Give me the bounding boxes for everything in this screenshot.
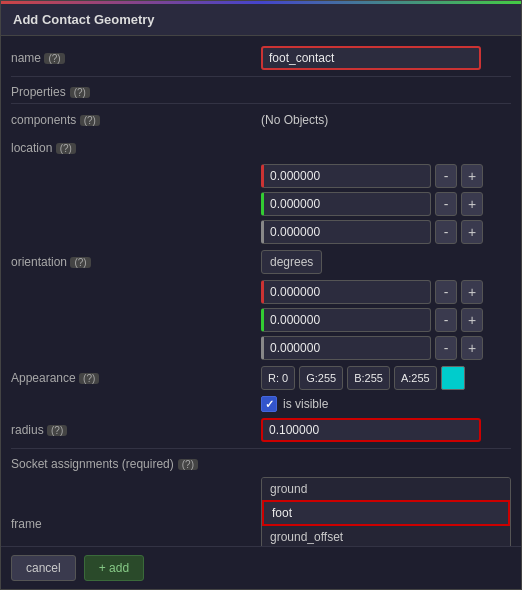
frame-dropdown: ground foot ground_offset foot_offset (261, 477, 511, 546)
frame-label: frame (11, 517, 261, 531)
orientation-y-row: - + (1, 306, 521, 334)
divider-2 (11, 103, 511, 104)
color-r: R: 0 (261, 366, 295, 390)
appearance-help[interactable]: (?) (79, 373, 99, 384)
dialog-title: Add Contact Geometry (13, 12, 155, 27)
frame-row: frame ground foot ground_offset foot_off… (1, 473, 521, 546)
radius-content (261, 418, 511, 442)
location-y-plus[interactable]: + (461, 192, 483, 216)
location-help[interactable]: (?) (56, 143, 76, 154)
frame-option-ground[interactable]: ground (262, 478, 510, 500)
location-row: location (?) (1, 134, 521, 162)
orientation-label: orientation (?) (11, 255, 261, 269)
appearance-content: R: 0 G:255 B:255 A:255 (261, 366, 511, 390)
dialog-header: Add Contact Geometry (1, 4, 521, 36)
radius-help[interactable]: (?) (47, 425, 67, 436)
color-preview-swatch[interactable] (441, 366, 465, 390)
is-visible-label: is visible (283, 397, 328, 411)
name-help[interactable]: (?) (44, 53, 64, 64)
location-z-plus[interactable]: + (461, 220, 483, 244)
orientation-content: degrees (261, 250, 511, 274)
name-label: name (?) (11, 51, 261, 65)
frame-option-ground-offset[interactable]: ground_offset (262, 526, 510, 546)
radius-input[interactable] (261, 418, 481, 442)
color-b: B:255 (347, 366, 390, 390)
location-z-row: - + (1, 218, 521, 246)
location-x-row: - + (1, 162, 521, 190)
properties-section: Properties (?) (1, 79, 521, 101)
is-visible-row: is visible (1, 394, 521, 414)
orientation-help[interactable]: (?) (70, 257, 90, 268)
components-row: components (?) (No Objects) (1, 106, 521, 134)
appearance-row: Appearance (?) R: 0 G:255 B:255 A:255 (1, 362, 521, 394)
properties-help[interactable]: (?) (70, 87, 90, 98)
orientation-z-plus[interactable]: + (461, 336, 483, 360)
location-x-input[interactable] (261, 164, 431, 188)
location-y-row: - + (1, 190, 521, 218)
is-visible-checkbox[interactable] (261, 396, 277, 412)
name-input[interactable] (261, 46, 481, 70)
radius-label: radius (?) (11, 423, 261, 437)
name-row: name (?) (1, 42, 521, 74)
location-z-minus[interactable]: - (435, 220, 457, 244)
location-x-minus[interactable]: - (435, 164, 457, 188)
color-a: A:255 (394, 366, 437, 390)
dialog-footer: cancel + add (1, 546, 521, 589)
orientation-z-input[interactable] (261, 336, 431, 360)
components-help[interactable]: (?) (80, 115, 100, 126)
orientation-y-plus[interactable]: + (461, 308, 483, 332)
orientation-y-minus[interactable]: - (435, 308, 457, 332)
orientation-type[interactable]: degrees (261, 250, 322, 274)
divider-3 (11, 448, 511, 449)
orientation-row: orientation (?) degrees (1, 246, 521, 278)
location-x-plus[interactable]: + (461, 164, 483, 188)
location-label: location (?) (11, 141, 261, 155)
appearance-label: Appearance (?) (11, 371, 261, 385)
add-contact-geometry-dialog: Add Contact Geometry name (?) Properties… (0, 0, 522, 590)
location-y-input[interactable] (261, 192, 431, 216)
frame-content: ground foot ground_offset foot_offset (261, 477, 511, 546)
orientation-z-minus[interactable]: - (435, 336, 457, 360)
components-content: (No Objects) (261, 113, 511, 127)
socket-help[interactable]: (?) (178, 459, 198, 470)
orientation-x-row: - + (1, 278, 521, 306)
orientation-z-row: - + (1, 334, 521, 362)
radius-row: radius (?) (1, 414, 521, 446)
dialog-body: name (?) Properties (?) components (?) (… (1, 36, 521, 546)
components-value: (No Objects) (261, 113, 328, 127)
orientation-x-minus[interactable]: - (435, 280, 457, 304)
color-g: G:255 (299, 366, 343, 390)
orientation-x-input[interactable] (261, 280, 431, 304)
add-button[interactable]: + add (84, 555, 144, 581)
name-content (261, 46, 511, 70)
socket-section: Socket assignments (required) (?) (1, 451, 521, 473)
location-y-minus[interactable]: - (435, 192, 457, 216)
divider-1 (11, 76, 511, 77)
components-label: components (?) (11, 113, 261, 127)
frame-option-foot[interactable]: foot (262, 500, 510, 526)
orientation-y-input[interactable] (261, 308, 431, 332)
cancel-button[interactable]: cancel (11, 555, 76, 581)
orientation-x-plus[interactable]: + (461, 280, 483, 304)
location-z-input[interactable] (261, 220, 431, 244)
